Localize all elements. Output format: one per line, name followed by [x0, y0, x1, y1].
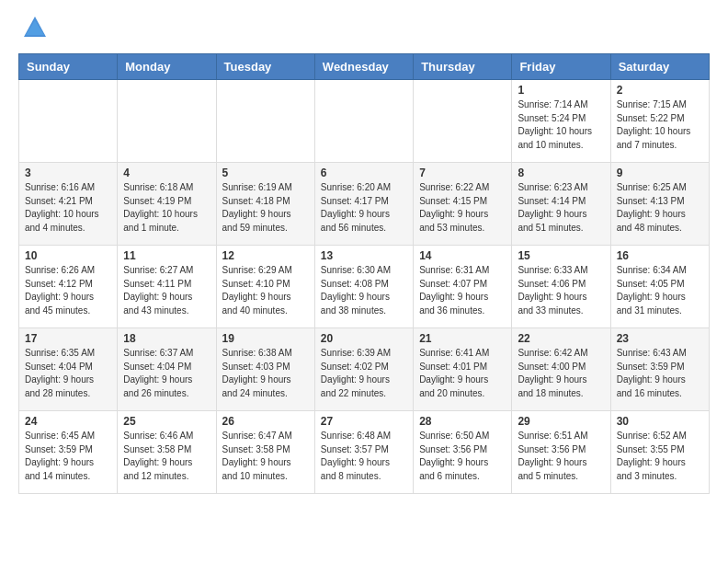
calendar-header-wednesday: Wednesday — [314, 54, 413, 80]
day-number: 2 — [617, 84, 703, 97]
calendar-cell: 11Sunrise: 6:27 AM Sunset: 4:11 PM Dayli… — [118, 246, 216, 328]
calendar-cell: 22Sunrise: 6:42 AM Sunset: 4:00 PM Dayli… — [512, 328, 610, 411]
calendar-cell: 3Sunrise: 6:16 AM Sunset: 4:21 PM Daylig… — [19, 163, 118, 246]
calendar-cell: 24Sunrise: 6:45 AM Sunset: 3:59 PM Dayli… — [19, 411, 118, 494]
calendar-cell: 2Sunrise: 7:15 AM Sunset: 5:22 PM Daylig… — [610, 80, 709, 163]
day-number: 25 — [123, 415, 210, 428]
calendar-week-row: 3Sunrise: 6:16 AM Sunset: 4:21 PM Daylig… — [19, 163, 710, 246]
calendar-cell: 14Sunrise: 6:31 AM Sunset: 4:07 PM Dayli… — [414, 246, 512, 328]
calendar-cell: 30Sunrise: 6:52 AM Sunset: 3:55 PM Dayli… — [610, 411, 709, 494]
day-number: 7 — [419, 167, 506, 179]
day-info: Sunrise: 6:30 AM Sunset: 4:08 PM Dayligh… — [321, 264, 407, 317]
day-number: 8 — [518, 167, 604, 179]
day-info: Sunrise: 6:33 AM Sunset: 4:06 PM Dayligh… — [518, 264, 604, 317]
day-info: Sunrise: 6:25 AM Sunset: 4:13 PM Dayligh… — [617, 181, 703, 235]
day-info: Sunrise: 6:29 AM Sunset: 4:10 PM Dayligh… — [222, 264, 309, 317]
day-number: 29 — [518, 415, 604, 428]
calendar-cell — [118, 80, 216, 163]
calendar-header-tuesday: Tuesday — [216, 54, 314, 80]
calendar-week-row: 1Sunrise: 7:14 AM Sunset: 5:24 PM Daylig… — [19, 80, 710, 163]
day-info: Sunrise: 6:42 AM Sunset: 4:00 PM Dayligh… — [518, 347, 604, 400]
day-number: 18 — [123, 332, 210, 345]
calendar-cell: 19Sunrise: 6:38 AM Sunset: 4:03 PM Dayli… — [216, 328, 314, 411]
calendar-cell: 5Sunrise: 6:19 AM Sunset: 4:18 PM Daylig… — [216, 163, 314, 246]
calendar-cell: 13Sunrise: 6:30 AM Sunset: 4:08 PM Dayli… — [314, 246, 413, 328]
calendar-cell: 6Sunrise: 6:20 AM Sunset: 4:17 PM Daylig… — [314, 163, 413, 246]
calendar-header-row: SundayMondayTuesdayWednesdayThursdayFrid… — [19, 54, 710, 80]
day-number: 19 — [222, 332, 309, 345]
calendar-cell: 27Sunrise: 6:48 AM Sunset: 3:57 PM Dayli… — [314, 411, 413, 494]
calendar-table: SundayMondayTuesdayWednesdayThursdayFrid… — [18, 53, 710, 494]
calendar-cell: 7Sunrise: 6:22 AM Sunset: 4:15 PM Daylig… — [414, 163, 512, 246]
day-info: Sunrise: 6:37 AM Sunset: 4:04 PM Dayligh… — [123, 347, 210, 400]
calendar-cell: 8Sunrise: 6:23 AM Sunset: 4:14 PM Daylig… — [512, 163, 610, 246]
day-number: 5 — [222, 167, 309, 179]
day-number: 15 — [518, 249, 604, 262]
day-number: 10 — [25, 249, 111, 262]
day-info: Sunrise: 6:39 AM Sunset: 4:02 PM Dayligh… — [321, 347, 407, 400]
calendar-cell — [19, 80, 118, 163]
day-number: 4 — [123, 167, 210, 179]
day-info: Sunrise: 6:18 AM Sunset: 4:19 PM Dayligh… — [123, 181, 210, 235]
calendar-cell: 28Sunrise: 6:50 AM Sunset: 3:56 PM Dayli… — [414, 411, 512, 494]
calendar-cell: 16Sunrise: 6:34 AM Sunset: 4:05 PM Dayli… — [610, 246, 709, 328]
calendar-header-saturday: Saturday — [610, 54, 709, 80]
calendar-cell: 23Sunrise: 6:43 AM Sunset: 3:59 PM Dayli… — [610, 328, 709, 411]
calendar-cell: 10Sunrise: 6:26 AM Sunset: 4:12 PM Dayli… — [19, 246, 118, 328]
day-number: 13 — [321, 249, 407, 262]
calendar-header-sunday: Sunday — [19, 54, 118, 80]
day-info: Sunrise: 6:45 AM Sunset: 3:59 PM Dayligh… — [25, 430, 111, 483]
calendar-week-row: 10Sunrise: 6:26 AM Sunset: 4:12 PM Dayli… — [19, 246, 710, 328]
day-info: Sunrise: 6:46 AM Sunset: 3:58 PM Dayligh… — [123, 430, 210, 483]
calendar-cell: 20Sunrise: 6:39 AM Sunset: 4:02 PM Dayli… — [314, 328, 413, 411]
svg-marker-1 — [26, 20, 44, 35]
day-info: Sunrise: 6:48 AM Sunset: 3:57 PM Dayligh… — [321, 430, 407, 483]
day-info: Sunrise: 6:27 AM Sunset: 4:11 PM Dayligh… — [123, 264, 210, 317]
day-info: Sunrise: 6:43 AM Sunset: 3:59 PM Dayligh… — [617, 347, 703, 400]
day-info: Sunrise: 6:19 AM Sunset: 4:18 PM Dayligh… — [222, 181, 309, 235]
day-info: Sunrise: 6:26 AM Sunset: 4:12 PM Dayligh… — [25, 264, 111, 317]
day-number: 20 — [321, 332, 407, 345]
page: SundayMondayTuesdayWednesdayThursdayFrid… — [0, 0, 728, 509]
day-number: 14 — [419, 249, 506, 262]
day-info: Sunrise: 7:14 AM Sunset: 5:24 PM Dayligh… — [518, 98, 604, 152]
calendar-cell — [216, 80, 314, 163]
day-number: 26 — [222, 415, 309, 428]
day-info: Sunrise: 6:31 AM Sunset: 4:07 PM Dayligh… — [419, 264, 506, 317]
calendar-header-friday: Friday — [512, 54, 610, 80]
calendar-cell: 21Sunrise: 6:41 AM Sunset: 4:01 PM Dayli… — [414, 328, 512, 411]
logo-icon — [22, 15, 48, 44]
day-info: Sunrise: 6:35 AM Sunset: 4:04 PM Dayligh… — [25, 347, 111, 400]
calendar-week-row: 17Sunrise: 6:35 AM Sunset: 4:04 PM Dayli… — [19, 328, 710, 411]
day-number: 21 — [419, 332, 506, 345]
day-info: Sunrise: 6:16 AM Sunset: 4:21 PM Dayligh… — [25, 181, 111, 235]
day-info: Sunrise: 6:22 AM Sunset: 4:15 PM Dayligh… — [419, 181, 506, 235]
day-info: Sunrise: 6:20 AM Sunset: 4:17 PM Dayligh… — [321, 181, 407, 235]
day-info: Sunrise: 6:50 AM Sunset: 3:56 PM Dayligh… — [419, 430, 506, 483]
calendar-cell: 18Sunrise: 6:37 AM Sunset: 4:04 PM Dayli… — [118, 328, 216, 411]
day-number: 16 — [617, 249, 703, 262]
calendar-cell — [314, 80, 413, 163]
day-info: Sunrise: 7:15 AM Sunset: 5:22 PM Dayligh… — [617, 98, 703, 152]
calendar-cell: 17Sunrise: 6:35 AM Sunset: 4:04 PM Dayli… — [19, 328, 118, 411]
day-info: Sunrise: 6:51 AM Sunset: 3:56 PM Dayligh… — [518, 430, 604, 483]
calendar-cell: 1Sunrise: 7:14 AM Sunset: 5:24 PM Daylig… — [512, 80, 610, 163]
day-number: 9 — [617, 167, 703, 179]
day-number: 1 — [518, 84, 604, 97]
calendar-header-monday: Monday — [118, 54, 216, 80]
day-number: 11 — [123, 249, 210, 262]
day-number: 24 — [25, 415, 111, 428]
day-number: 17 — [25, 332, 111, 345]
day-info: Sunrise: 6:38 AM Sunset: 4:03 PM Dayligh… — [222, 347, 309, 400]
calendar-cell: 26Sunrise: 6:47 AM Sunset: 3:58 PM Dayli… — [216, 411, 314, 494]
day-number: 6 — [321, 167, 407, 179]
day-info: Sunrise: 6:23 AM Sunset: 4:14 PM Dayligh… — [518, 181, 604, 235]
calendar-cell: 25Sunrise: 6:46 AM Sunset: 3:58 PM Dayli… — [118, 411, 216, 494]
calendar-cell: 4Sunrise: 6:18 AM Sunset: 4:19 PM Daylig… — [118, 163, 216, 246]
day-info: Sunrise: 6:34 AM Sunset: 4:05 PM Dayligh… — [617, 264, 703, 317]
day-info: Sunrise: 6:47 AM Sunset: 3:58 PM Dayligh… — [222, 430, 309, 483]
day-number: 30 — [617, 415, 703, 428]
day-number: 23 — [617, 332, 703, 345]
day-number: 22 — [518, 332, 604, 345]
day-number: 27 — [321, 415, 407, 428]
